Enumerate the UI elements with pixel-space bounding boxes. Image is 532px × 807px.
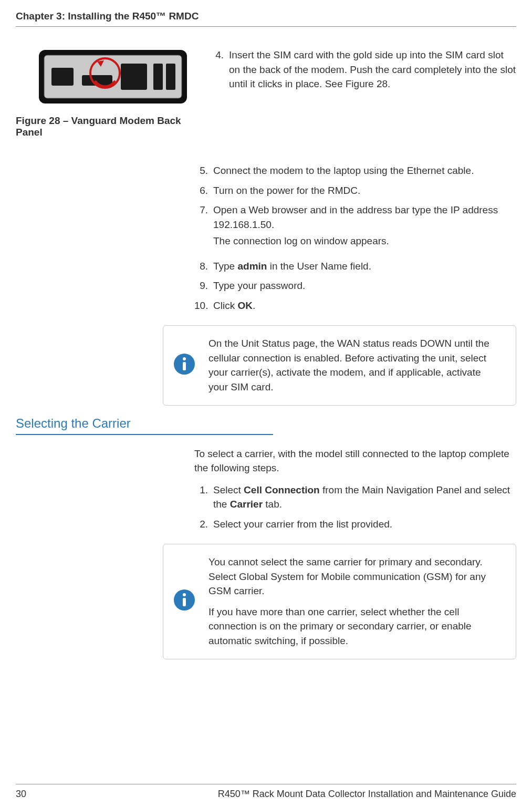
page-header: Chapter 3: Installing the R450™ RMDC xyxy=(16,11,516,27)
svg-point-9 xyxy=(183,357,186,360)
svg-rect-5 xyxy=(153,64,163,90)
list-item: 5. Connect the modem to the laptop using… xyxy=(194,163,516,178)
section-intro: To select a carrier, with the model stil… xyxy=(194,447,516,475)
info-icon xyxy=(173,588,196,612)
step-number: 4. xyxy=(210,48,229,63)
steps-list-c: 1. Select Cell Connection from the Main … xyxy=(194,483,516,532)
step-number: 2. xyxy=(194,517,213,532)
info-note-1: On the Unit Status page, the WAN status … xyxy=(163,325,516,405)
svg-rect-4 xyxy=(121,64,147,90)
figure-caption: Figure 28 – Vanguard Modem Back Panel xyxy=(16,115,210,138)
figure-28: Figure 28 – Vanguard Modem Back Panel xyxy=(16,48,210,138)
info-icon xyxy=(173,353,196,376)
svg-rect-2 xyxy=(51,68,74,86)
steps-list-b: 5. Connect the modem to the laptop using… xyxy=(194,163,516,313)
modem-back-panel-image xyxy=(37,48,189,106)
page-footer: 30 R450™ Rack Mount Data Collector Insta… xyxy=(16,784,516,800)
svg-rect-13 xyxy=(183,598,186,606)
step-text: Insert the SIM card with the gold side u… xyxy=(229,48,516,91)
step-number: 7. xyxy=(194,203,213,218)
step-text: Open a Web browser and in the address ba… xyxy=(213,203,516,232)
list-item: 1. Select Cell Connection from the Main … xyxy=(194,483,516,512)
step-number: 1. xyxy=(194,483,213,498)
step-text: Turn on the power for the RMDC. xyxy=(213,183,516,198)
list-item: 9. Type your password. xyxy=(194,278,516,293)
step-number: 9. xyxy=(194,278,213,293)
step-number: 6. xyxy=(194,183,213,198)
page-number: 30 xyxy=(16,789,26,800)
step-number: 10. xyxy=(194,298,213,313)
list-item: 10. Click OK. xyxy=(194,298,516,313)
step-number: 8. xyxy=(194,259,213,274)
list-item: 7. Open a Web browser and in the address… xyxy=(194,203,516,254)
step-text: Select Cell Connection from the Main Nav… xyxy=(213,483,516,512)
step-subtext: The connection log on window appears. xyxy=(213,234,516,249)
note-text: On the Unit Status page, the WAN status … xyxy=(208,336,502,394)
step-text: Click OK. xyxy=(213,298,516,313)
steps-list-a: 4. Insert the SIM card with the gold sid… xyxy=(194,48,516,91)
list-item: 6. Turn on the power for the RMDC. xyxy=(194,183,516,198)
list-item: 2. Select your carrier from the list pro… xyxy=(194,517,516,532)
svg-rect-6 xyxy=(166,64,175,90)
footer-title: R450™ Rack Mount Data Collector Installa… xyxy=(218,789,516,800)
list-item: 8. Type admin in the User Name field. xyxy=(194,259,516,274)
list-item: 4. Insert the SIM card with the gold sid… xyxy=(210,48,516,91)
note-text: You cannot select the same carrier for p… xyxy=(208,555,502,648)
info-note-2: You cannot select the same carrier for p… xyxy=(163,544,516,659)
step-text: Connect the modem to the laptop using th… xyxy=(213,163,516,178)
section-heading-selecting-carrier: Selecting the Carrier xyxy=(16,416,273,435)
svg-point-12 xyxy=(183,593,186,596)
step-text: Select your carrier from the list provid… xyxy=(213,517,516,532)
svg-rect-10 xyxy=(183,362,186,370)
step-text: Type your password. xyxy=(213,278,516,293)
step-text: Type admin in the User Name field. xyxy=(213,259,516,274)
step-number: 5. xyxy=(194,163,213,178)
